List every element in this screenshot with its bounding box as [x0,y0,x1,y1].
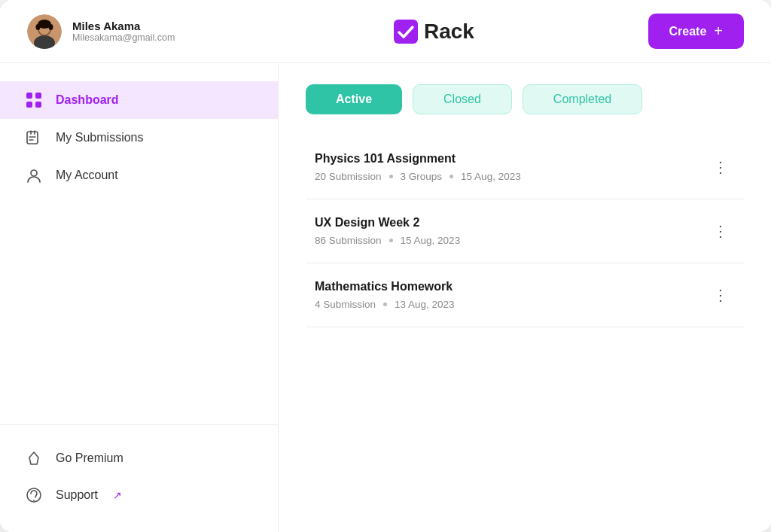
create-button-label: Create [669,25,707,38]
sidebar: Dashboard My Submissions [0,63,279,532]
submissions-icon [24,129,44,146]
table-row: Physics 101 Assignment 20 Submission 3 G… [306,135,744,199]
dot-separator [389,175,393,178]
plus-icon: + [714,23,723,40]
sidebar-item-go-premium[interactable]: Go Premium [0,440,278,476]
table-row: Mathematics Homework 4 Submission 13 Aug… [306,263,744,327]
svg-rect-11 [35,102,41,108]
svg-point-6 [49,24,53,30]
assignment-title: Physics 101 Assignment [315,152,707,166]
sidebar-item-support[interactable]: Support ↗ [0,476,278,514]
tab-completed[interactable]: Completed [523,84,642,114]
user-profile: Miles Akama Milesakama@gmail.com [27,14,175,49]
user-info: Miles Akama Milesakama@gmail.com [72,20,175,43]
content-area: Active Closed Completed Physics 101 Assi… [279,63,771,532]
account-icon [24,167,44,184]
svg-point-5 [36,24,41,30]
assignment-title: Mathematics Homework [315,280,707,293]
sidebar-item-my-account[interactable]: My Account [0,157,278,194]
assignment-date: 13 Aug, 2023 [395,299,455,310]
create-button[interactable]: Create + [648,14,745,49]
premium-icon [24,451,44,466]
assignment-info: Mathematics Homework 4 Submission 13 Aug… [315,280,707,310]
main: Dashboard My Submissions [0,63,771,532]
dot-separator [389,239,393,242]
premium-label: Go Premium [56,451,123,465]
dashboard-label: Dashboard [56,93,119,107]
tab-active[interactable]: Active [306,84,402,114]
support-external-icon: ↗ [113,489,122,501]
svg-rect-10 [26,102,32,108]
submission-count: 4 Submission [315,299,376,310]
assignment-date: 15 Aug, 2023 [401,235,461,246]
submission-count: 20 Submission [315,171,382,182]
svg-point-15 [33,500,35,501]
assignment-info: UX Design Week 2 86 Submission 15 Aug, 2… [315,216,707,246]
svg-point-13 [31,170,37,176]
nav-section: Dashboard My Submissions [0,81,278,424]
avatar [27,14,62,49]
user-name: Miles Akama [72,20,175,32]
account-label: My Account [56,169,118,182]
sidebar-item-my-submissions[interactable]: My Submissions [0,119,278,157]
assignment-meta: 20 Submission 3 Groups 15 Aug, 2023 [315,171,707,182]
app-logo: Rack [394,20,474,44]
assignment-list: Physics 101 Assignment 20 Submission 3 G… [306,135,744,327]
assignment-title: UX Design Week 2 [315,216,707,230]
support-icon [24,487,44,503]
sidebar-item-dashboard[interactable]: Dashboard [0,81,278,119]
logo-icon [394,20,418,44]
more-options-button[interactable]: ⋮ [707,283,735,307]
assignment-date: 15 Aug, 2023 [461,171,521,182]
more-options-button[interactable]: ⋮ [707,219,735,243]
assignment-info: Physics 101 Assignment 20 Submission 3 G… [315,152,707,182]
dot-separator [383,302,387,306]
dashboard-icon [24,92,44,108]
dot-separator [449,175,453,178]
tabs: Active Closed Completed [306,84,744,114]
svg-rect-8 [26,93,32,99]
assignment-meta: 4 Submission 13 Aug, 2023 [315,299,707,310]
assignment-meta: 86 Submission 15 Aug, 2023 [315,235,707,246]
tab-closed[interactable]: Closed [413,84,512,114]
svg-rect-12 [27,132,38,144]
more-options-button[interactable]: ⋮ [707,155,735,179]
svg-rect-7 [394,20,418,44]
user-email: Milesakama@gmail.com [72,32,175,43]
svg-rect-9 [35,93,41,99]
header: Miles Akama Milesakama@gmail.com Rack Cr… [0,0,771,63]
submissions-label: My Submissions [56,131,143,144]
app-name: Rack [424,20,474,44]
group-count: 3 Groups [401,171,443,182]
submission-count: 86 Submission [315,235,382,246]
sidebar-bottom: Go Premium Support ↗ [0,424,278,514]
support-label: Support [56,488,98,502]
table-row: UX Design Week 2 86 Submission 15 Aug, 2… [306,199,744,263]
